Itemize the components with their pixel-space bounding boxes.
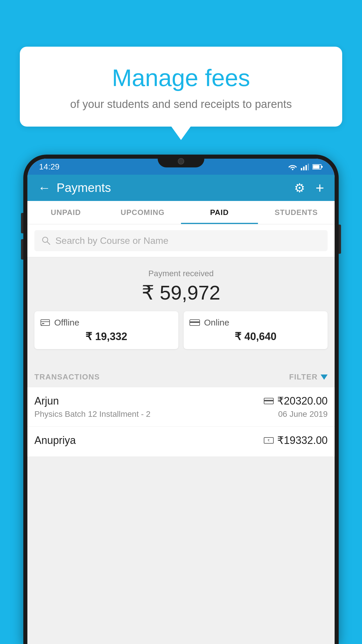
search-icon — [41, 236, 51, 245]
svg-rect-4 — [308, 164, 309, 170]
online-icon — [189, 318, 200, 327]
search-placeholder: Search by Course or Name — [55, 235, 168, 246]
transaction-bottom-row: Physics Batch 12 Installment - 2 06 June… — [34, 410, 328, 419]
volume-up-button — [21, 213, 23, 233]
payment-total-amount: ₹ 59,972 — [27, 281, 335, 304]
wifi-icon — [288, 163, 297, 170]
svg-rect-12 — [42, 323, 44, 324]
volume-down-button — [21, 239, 23, 260]
transaction-amount: ₹19332.00 — [277, 434, 328, 447]
svg-rect-6 — [313, 165, 319, 169]
tab-paid[interactable]: PAID — [181, 201, 258, 224]
transactions-header: TRANSACTIONS FILTER — [27, 367, 335, 387]
online-label: Online — [204, 318, 229, 328]
transaction-amount-row: ₹20320.00 — [264, 395, 328, 407]
power-button — [339, 225, 341, 254]
offline-icon: ₹ — [40, 318, 50, 327]
phone-frame: 14:29 — [23, 155, 339, 644]
filter-label: FILTER — [289, 372, 318, 382]
transactions-label: TRANSACTIONS — [34, 372, 100, 382]
offline-card-header: ₹ Offline — [40, 318, 173, 328]
svg-rect-15 — [190, 321, 200, 323]
transaction-row[interactable]: Anupriya ₹ ₹19332.00 — [27, 427, 335, 457]
offline-label: Offline — [54, 318, 79, 328]
app-header: ← Payments ⚙ + — [27, 175, 335, 201]
settings-button[interactable]: ⚙ — [294, 181, 305, 195]
svg-text:₹: ₹ — [41, 324, 42, 327]
svg-rect-3 — [305, 165, 307, 170]
transaction-row[interactable]: Arjun ₹20320.00 Physics Batch 12 Install… — [27, 387, 335, 427]
battery-icon — [312, 164, 323, 170]
svg-rect-7 — [321, 166, 323, 168]
speech-bubble: Manage fees of your students and send re… — [20, 47, 342, 127]
tab-unpaid[interactable]: UNPAID — [27, 201, 104, 224]
search-container: Search by Course or Name — [27, 224, 335, 257]
status-icons — [288, 163, 323, 170]
offline-payment-card: ₹ Offline ₹ 19,332 — [34, 311, 178, 349]
svg-text:₹: ₹ — [268, 439, 270, 442]
add-button[interactable]: + — [316, 179, 324, 196]
tab-upcoming[interactable]: UPCOMING — [104, 201, 181, 224]
transaction-date: 06 June 2019 — [278, 410, 328, 419]
bubble-title: Manage fees — [34, 64, 328, 92]
bubble-subtitle: of your students and send receipts to pa… — [34, 98, 328, 111]
svg-rect-17 — [264, 400, 273, 401]
svg-rect-2 — [303, 167, 305, 170]
phone-screen: 14:29 — [27, 159, 335, 644]
transaction-top-row: Arjun ₹20320.00 — [34, 395, 328, 407]
payment-cards: ₹ Offline ₹ 19,332 Online — [27, 311, 335, 358]
svg-rect-1 — [301, 168, 302, 170]
offline-amount: ₹ 19,332 — [40, 330, 173, 343]
search-box[interactable]: Search by Course or Name — [34, 230, 328, 251]
signal-icon — [301, 163, 309, 170]
header-title: Payments — [57, 181, 288, 195]
cash-payment-icon: ₹ — [264, 436, 274, 444]
tabs-bar: UNPAID UPCOMING PAID STUDENTS — [27, 201, 335, 224]
status-time: 14:29 — [39, 162, 59, 172]
phone-notch — [158, 155, 204, 167]
front-camera — [178, 158, 184, 164]
online-amount: ₹ 40,640 — [189, 330, 322, 343]
transaction-amount-row: ₹ ₹19332.00 — [264, 434, 328, 447]
back-button[interactable]: ← — [38, 181, 51, 194]
card-payment-icon — [264, 397, 274, 405]
online-card-header: Online — [189, 318, 322, 328]
transaction-name: Anupriya — [34, 434, 76, 447]
svg-line-9 — [47, 242, 50, 244]
payment-summary: Payment received ₹ 59,972 ₹ Offline — [27, 257, 335, 367]
transaction-top-row: Anupriya ₹ ₹19332.00 — [34, 434, 328, 447]
transaction-amount: ₹20320.00 — [277, 395, 328, 407]
tab-students[interactable]: STUDENTS — [258, 201, 335, 224]
svg-point-0 — [292, 169, 294, 170]
online-payment-card: Online ₹ 40,640 — [184, 311, 328, 349]
payment-received-label: Payment received — [27, 269, 335, 278]
filter-icon — [321, 374, 328, 380]
transaction-name: Arjun — [34, 395, 59, 407]
transaction-details: Physics Batch 12 Installment - 2 — [34, 410, 150, 419]
filter-button[interactable]: FILTER — [289, 372, 328, 382]
